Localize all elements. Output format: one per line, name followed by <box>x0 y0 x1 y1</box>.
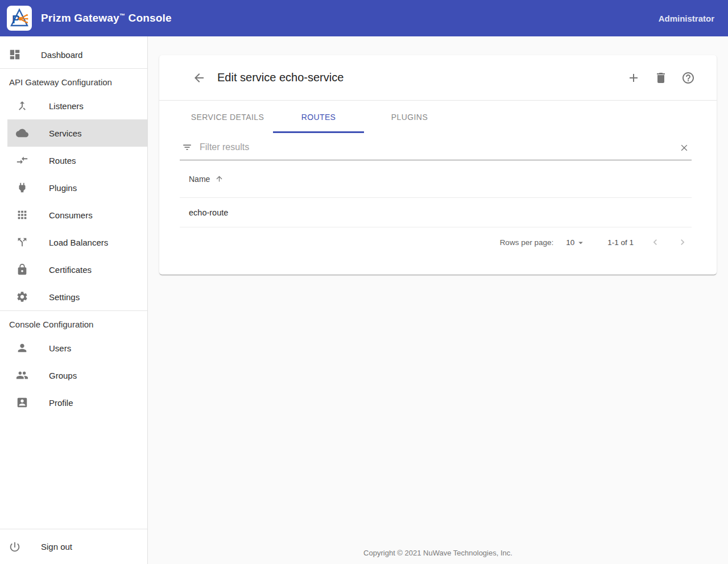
tab-service-details[interactable]: SERVICE DETAILS <box>182 101 273 133</box>
column-header-label: Name <box>189 175 210 184</box>
plus-icon <box>627 71 640 85</box>
sidebar-item-label: Services <box>49 128 82 138</box>
sidebar-item-listeners[interactable]: Listeners <box>7 92 147 119</box>
dashboard-icon <box>9 48 21 61</box>
prizm-logo-icon: P <box>9 8 30 28</box>
main-content: Edit service echo-service SERVICE DETAIL… <box>148 36 728 564</box>
filter-icon <box>182 142 192 152</box>
sidebar-item-label: Users <box>49 343 71 353</box>
call-merge-icon <box>16 99 28 112</box>
back-arrow-icon <box>192 71 206 85</box>
power-icon <box>9 541 21 553</box>
gear-icon <box>16 291 28 303</box>
table-header-name[interactable]: Name <box>180 160 692 198</box>
sidebar-item-certificates[interactable]: Certificates <box>7 256 147 283</box>
top-app-bar: P Prizm Gateway™ Console Administrator <box>0 0 728 36</box>
active-tab-indicator <box>273 131 364 133</box>
app-title: Prizm Gateway™ Console <box>41 12 172 24</box>
sidebar-item-label: Dashboard <box>41 50 82 60</box>
contact-card-icon <box>16 396 28 409</box>
trademark-symbol: ™ <box>119 13 125 19</box>
table-row[interactable]: echo-route <box>180 198 692 227</box>
trash-icon <box>654 71 668 85</box>
tab-routes[interactable]: ROUTES <box>273 101 364 133</box>
page-title: Edit service echo-service <box>217 71 344 84</box>
sidebar-item-load-balancers[interactable]: Load Balancers <box>7 229 147 256</box>
filter-bar <box>180 134 692 160</box>
tab-routes-label: ROUTES <box>301 113 336 122</box>
sidebar-item-label: Groups <box>49 371 77 380</box>
sidebar-item-label: Routes <box>49 156 76 165</box>
call-split-icon <box>16 236 28 248</box>
prizm-logo: P <box>7 6 32 31</box>
lock-icon <box>16 263 28 276</box>
add-route-button[interactable] <box>623 68 644 88</box>
sidebar-item-label: Consumers <box>49 210 93 220</box>
table-pagination: Rows per page: 10 1-1 of 1 <box>180 227 692 257</box>
sidebar-item-users[interactable]: Users <box>7 334 147 362</box>
previous-page-button[interactable] <box>646 233 664 251</box>
dropdown-caret-icon <box>576 238 586 248</box>
edit-service-card: Edit service echo-service SERVICE DETAIL… <box>159 55 717 275</box>
close-icon <box>679 142 689 152</box>
sidebar-item-dashboard[interactable]: Dashboard <box>0 41 147 68</box>
rows-per-page-value: 10 <box>566 238 574 247</box>
rows-per-page-label: Rows per page: <box>500 238 554 247</box>
apps-grid-icon <box>16 209 28 221</box>
route-name-cell: echo-route <box>189 208 228 217</box>
section-label-api-gateway: API Gateway Configuration <box>0 69 147 92</box>
sidebar-item-plugins[interactable]: Plugins <box>7 174 147 201</box>
sign-out-button[interactable]: Sign out <box>0 533 147 561</box>
pagination-range-label: 1-1 of 1 <box>607 238 634 247</box>
compare-arrows-icon <box>16 154 28 167</box>
sidebar-item-consumers[interactable]: Consumers <box>7 201 147 229</box>
clear-filter-button[interactable] <box>677 140 692 155</box>
chevron-left-icon <box>650 237 661 248</box>
copyright-footer: Copyright © 2021 NuWave Technologies, In… <box>148 549 728 557</box>
help-circle-icon <box>681 71 695 85</box>
person-icon <box>16 342 28 354</box>
next-page-button[interactable] <box>673 233 692 251</box>
rows-per-page-select[interactable]: 10 <box>566 237 586 248</box>
help-button[interactable] <box>678 68 698 88</box>
sort-ascending-icon <box>215 175 224 183</box>
sidebar-item-groups[interactable]: Groups <box>7 362 147 389</box>
sidebar-item-settings[interactable]: Settings <box>7 283 147 310</box>
sidebar-item-profile[interactable]: Profile <box>7 389 147 416</box>
sidebar-item-label: Load Balancers <box>49 238 108 247</box>
current-user-label[interactable]: Administrator <box>659 14 714 23</box>
people-icon <box>16 369 28 381</box>
sidebar-item-label: Certificates <box>49 265 92 275</box>
sidebar-item-services[interactable]: Services <box>7 119 147 147</box>
header-actions <box>623 68 698 88</box>
signout-section: Sign out <box>0 529 147 564</box>
sidebar-nav: Dashboard API Gateway Configuration List… <box>0 36 148 564</box>
sidebar-item-label: Plugins <box>49 183 77 193</box>
tab-bar: SERVICE DETAILS ROUTES PLUGINS <box>159 101 717 133</box>
section-label-console-config: Console Configuration <box>0 311 147 334</box>
chevron-right-icon <box>677 237 688 248</box>
tab-plugins[interactable]: PLUGINS <box>364 101 455 133</box>
sidebar-item-routes[interactable]: Routes <box>7 147 147 174</box>
cloud-icon <box>16 127 28 139</box>
sign-out-label: Sign out <box>41 542 72 551</box>
sidebar-item-label: Profile <box>49 398 73 408</box>
power-plug-icon <box>16 181 28 194</box>
filter-input[interactable] <box>200 142 677 152</box>
back-button[interactable] <box>189 68 209 88</box>
sidebar-item-label: Settings <box>49 292 80 302</box>
delete-service-button[interactable] <box>651 68 671 88</box>
sidebar-item-label: Listeners <box>49 101 84 111</box>
card-header: Edit service echo-service <box>159 55 717 101</box>
